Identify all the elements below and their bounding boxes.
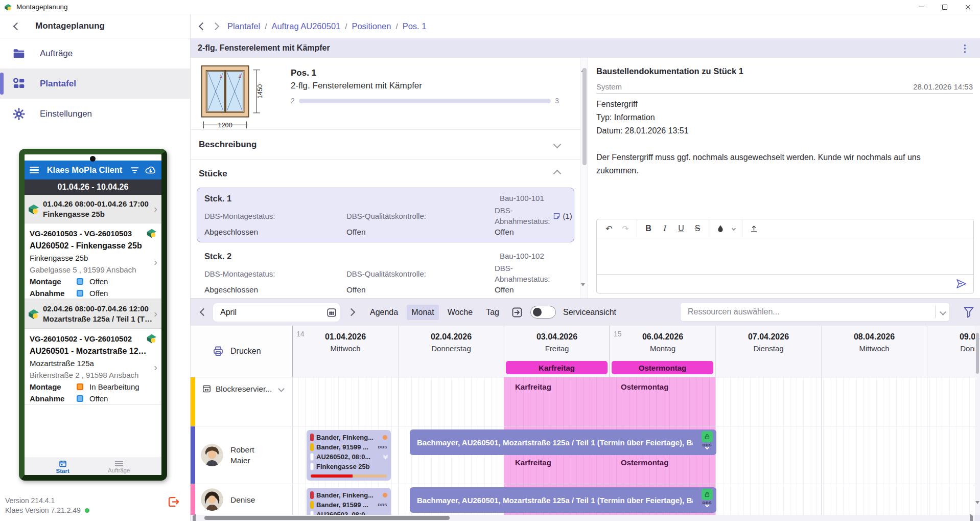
status-row: Montage Offen bbox=[30, 276, 156, 287]
resource-cell[interactable]: Blockreservier... bbox=[191, 377, 292, 426]
day-date: 02.04.2026 bbox=[399, 331, 504, 343]
redo-button[interactable]: ↷ bbox=[617, 221, 634, 236]
scroll-thumb[interactable] bbox=[582, 68, 587, 165]
nav-forward-icon[interactable] bbox=[212, 22, 220, 31]
week-number: 14 bbox=[296, 330, 305, 338]
kebab-menu-icon[interactable]: ⋮ bbox=[957, 42, 973, 54]
view-tag[interactable]: Tag bbox=[481, 305, 504, 320]
view-agenda[interactable]: Agenda bbox=[365, 305, 403, 320]
view-monat[interactable]: Monat bbox=[407, 305, 438, 320]
breadcrumb-link-plantafel[interactable]: Plantafel bbox=[227, 21, 260, 31]
scheduler-vertical-scrollbar[interactable] bbox=[975, 326, 980, 515]
appointment-bar[interactable]: Bachmayer, AU260501, Mozartstraße 125a /… bbox=[410, 429, 716, 455]
breadcrumb-separator: / bbox=[345, 22, 347, 31]
underline-button[interactable]: U bbox=[673, 221, 689, 236]
prev-month-icon[interactable] bbox=[200, 308, 208, 316]
stueck-title: Stck. 2 bbox=[204, 250, 346, 263]
breadcrumb-link-pos1[interactable]: Pos. 1 bbox=[403, 21, 427, 31]
toolbar-separator bbox=[742, 220, 742, 237]
stueck-card-2[interactable]: Stck. 2 Bau-100-102 DBS-Montagestatus: D… bbox=[197, 245, 574, 298]
chevron-right-icon: › bbox=[154, 256, 157, 268]
appointment-bar[interactable]: Bachmayer, AU260501, Mozartstraße 125a /… bbox=[410, 487, 716, 513]
upload-button[interactable] bbox=[745, 221, 762, 236]
scroll-down-icon[interactable] bbox=[581, 283, 585, 295]
strikethrough-button[interactable]: S bbox=[689, 221, 706, 236]
scheduler-horizontal-scrollbar[interactable] bbox=[191, 515, 975, 521]
status-value: In Bearbeitung bbox=[89, 381, 139, 393]
window-controls bbox=[909, 0, 980, 14]
day-header: 14 01.04.2026 Mittwoch bbox=[292, 326, 398, 377]
chevron-down-icon[interactable] bbox=[278, 386, 285, 392]
minimize-button[interactable] bbox=[909, 0, 933, 14]
comment-editor: ↶ ↷ B I U S bbox=[596, 219, 974, 293]
scroll-left-icon[interactable] bbox=[193, 514, 196, 521]
color-dropdown-icon[interactable] bbox=[729, 221, 739, 236]
chevron-down-icon[interactable] bbox=[940, 309, 946, 315]
undo-button[interactable]: ↶ bbox=[601, 221, 617, 236]
window-title: Montageplanung bbox=[16, 3, 68, 11]
section-stuecke[interactable]: Stücke bbox=[191, 160, 580, 188]
service-view-label: Serviceansicht bbox=[563, 308, 616, 317]
position-card: 1 2 1450 1200 Pos. 1 2-flg. Fensterel bbox=[191, 58, 580, 129]
phone-empty-area bbox=[25, 404, 161, 458]
filter-funnel-icon[interactable] bbox=[963, 306, 975, 319]
resource-cell[interactable]: Denise bbox=[191, 484, 292, 515]
maximize-button[interactable] bbox=[933, 0, 956, 14]
appointment-card[interactable]: Bander, Finkeng... Bander, 91599 ...DBS … bbox=[307, 430, 391, 481]
calendar-icon[interactable] bbox=[326, 307, 337, 318]
resource-accent bbox=[191, 484, 195, 515]
day-header: 03.04.2026 Freitag Karfreitag bbox=[504, 326, 610, 377]
italic-button[interactable]: I bbox=[657, 221, 673, 236]
holiday-zone-label: Karfreitag bbox=[515, 458, 551, 467]
resource-cell[interactable]: Robert Maier bbox=[191, 426, 292, 484]
klaes-logo-icon bbox=[28, 203, 40, 215]
white-pill bbox=[310, 453, 314, 461]
appointment-bar-text: Bachmayer, AU260501, Mozartstraße 125a /… bbox=[417, 496, 693, 505]
cloud-download-icon bbox=[145, 166, 156, 174]
nav-back-icon[interactable] bbox=[199, 22, 207, 31]
print-button[interactable]: Drucken bbox=[191, 326, 292, 377]
view-woche[interactable]: Woche bbox=[443, 305, 478, 320]
resource-row-denise: Denise Bander, Finkeng... Bander, 91599 … bbox=[191, 484, 975, 515]
field-label: DBS-Montagestatus: bbox=[204, 263, 346, 284]
detail-panel-scrollbar[interactable] bbox=[580, 58, 588, 298]
month-input[interactable] bbox=[220, 308, 326, 317]
resource-input[interactable] bbox=[688, 307, 935, 316]
back-icon[interactable] bbox=[13, 22, 21, 30]
comment-textarea[interactable] bbox=[597, 238, 973, 274]
breadcrumb-link-positionen[interactable]: Positionen bbox=[352, 21, 391, 31]
scroll-thumb[interactable] bbox=[976, 333, 979, 374]
doc-author: System bbox=[596, 82, 622, 91]
text-color-button[interactable] bbox=[712, 221, 729, 236]
appointment-card[interactable]: Bander, Finkeng... Bander, 91599 ...DBS … bbox=[307, 488, 391, 515]
field-label: DBS-Montagestatus: bbox=[204, 205, 346, 226]
svg-text:1450: 1450 bbox=[256, 84, 264, 99]
status-square-icon bbox=[77, 278, 83, 285]
scroll-right-icon[interactable] bbox=[970, 514, 973, 521]
bold-button[interactable]: B bbox=[640, 221, 657, 236]
sidebar-item-auftraege[interactable]: Aufträge bbox=[0, 38, 190, 69]
sidebar-item-plantafel[interactable]: Plantafel bbox=[0, 69, 190, 99]
breadcrumb: Plantafel / Auftrag AU260501 / Positione… bbox=[191, 14, 980, 38]
breadcrumb-link-auftrag[interactable]: Auftrag AU260501 bbox=[271, 21, 340, 31]
scroll-down-icon[interactable] bbox=[975, 501, 979, 513]
section-beschreibung[interactable]: Beschreibung bbox=[191, 130, 580, 159]
sidebar-item-einstellungen[interactable]: Einstellungen bbox=[0, 99, 190, 129]
service-toggle[interactable] bbox=[530, 306, 556, 319]
send-button[interactable] bbox=[955, 278, 967, 290]
logout-button[interactable] bbox=[167, 495, 180, 509]
stueck-card-1[interactable]: Stck. 1 Bau-100-101 DBS-Montagestatus: D… bbox=[197, 188, 574, 242]
row-grid: Bander, Finkeng... Bander, 91599 ...DBS … bbox=[292, 484, 975, 515]
resource-name-first: Denise bbox=[230, 494, 255, 505]
resource-select[interactable] bbox=[680, 302, 950, 322]
next-month-icon[interactable] bbox=[347, 308, 356, 316]
goto-date-icon[interactable] bbox=[511, 306, 523, 319]
close-button[interactable] bbox=[956, 0, 980, 14]
field-value: Abgeschlossen bbox=[204, 284, 346, 295]
month-picker[interactable] bbox=[213, 303, 340, 322]
scroll-thumb[interactable] bbox=[204, 516, 450, 520]
scheduler-header-row: Drucken 14 01.04.2026 Mittwoch 02.04.202… bbox=[191, 326, 975, 377]
day-weekday: Montag bbox=[610, 343, 715, 354]
svg-text:2: 2 bbox=[239, 74, 241, 79]
scheduler-toolbar: Agenda Monat Woche Tag Serviceansicht bbox=[191, 299, 980, 326]
